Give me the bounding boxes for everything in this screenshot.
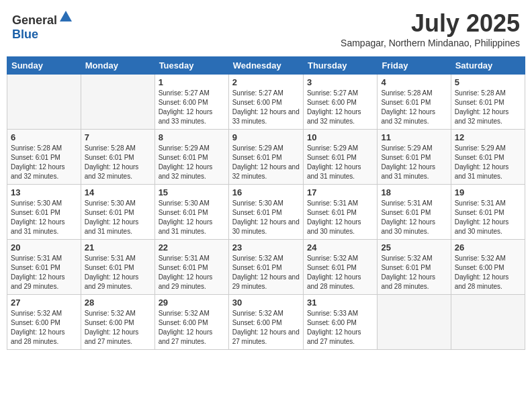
day-number: 19 xyxy=(455,187,521,197)
calendar-cell: 31Sunrise: 5:33 AM Sunset: 6:00 PM Dayli… xyxy=(303,295,377,350)
day-number: 8 xyxy=(159,132,225,142)
calendar-cell: 9Sunrise: 5:29 AM Sunset: 6:01 PM Daylig… xyxy=(228,130,303,185)
day-detail: Sunrise: 5:29 AM Sunset: 6:01 PM Dayligh… xyxy=(232,144,300,181)
day-detail: Sunrise: 5:31 AM Sunset: 6:01 PM Dayligh… xyxy=(159,254,225,291)
calendar-cell: 28Sunrise: 5:32 AM Sunset: 6:00 PM Dayli… xyxy=(81,295,154,350)
calendar-cell: 27Sunrise: 5:32 AM Sunset: 6:00 PM Dayli… xyxy=(7,295,81,350)
calendar-week-2: 6Sunrise: 5:28 AM Sunset: 6:01 PM Daylig… xyxy=(7,130,525,185)
day-number: 4 xyxy=(381,77,447,87)
day-number: 11 xyxy=(381,132,447,142)
calendar-cell: 12Sunrise: 5:29 AM Sunset: 6:01 PM Dayli… xyxy=(451,130,525,185)
calendar-cell: 8Sunrise: 5:29 AM Sunset: 6:01 PM Daylig… xyxy=(154,130,228,185)
calendar-week-4: 20Sunrise: 5:31 AM Sunset: 6:01 PM Dayli… xyxy=(7,240,525,295)
day-number: 1 xyxy=(159,77,225,87)
day-detail: Sunrise: 5:27 AM Sunset: 6:00 PM Dayligh… xyxy=(159,89,225,126)
weekday-header-thursday: Thursday xyxy=(303,57,377,75)
day-detail: Sunrise: 5:27 AM Sunset: 6:00 PM Dayligh… xyxy=(307,89,373,126)
svg-marker-0 xyxy=(60,11,72,21)
calendar-cell: 17Sunrise: 5:31 AM Sunset: 6:01 PM Dayli… xyxy=(303,185,377,240)
calendar-cell: 11Sunrise: 5:29 AM Sunset: 6:01 PM Dayli… xyxy=(378,130,451,185)
day-detail: Sunrise: 5:30 AM Sunset: 6:01 PM Dayligh… xyxy=(11,199,77,236)
day-number: 3 xyxy=(307,77,373,87)
day-detail: Sunrise: 5:31 AM Sunset: 6:01 PM Dayligh… xyxy=(307,199,373,236)
calendar-cell xyxy=(451,295,525,350)
calendar-cell: 21Sunrise: 5:31 AM Sunset: 6:01 PM Dayli… xyxy=(81,240,154,295)
day-number: 27 xyxy=(11,298,77,308)
logo-icon xyxy=(58,9,73,24)
day-number: 23 xyxy=(232,242,300,253)
calendar-cell: 29Sunrise: 5:32 AM Sunset: 6:00 PM Dayli… xyxy=(154,295,228,350)
calendar-cell xyxy=(378,295,451,350)
calendar-cell: 23Sunrise: 5:32 AM Sunset: 6:01 PM Dayli… xyxy=(228,240,303,295)
day-detail: Sunrise: 5:32 AM Sunset: 6:00 PM Dayligh… xyxy=(159,309,225,347)
day-detail: Sunrise: 5:30 AM Sunset: 6:01 PM Dayligh… xyxy=(232,199,300,236)
calendar-cell xyxy=(81,75,154,130)
logo-blue: Blue xyxy=(12,28,38,41)
day-number: 10 xyxy=(307,132,373,142)
weekday-header-monday: Monday xyxy=(81,57,154,75)
day-detail: Sunrise: 5:32 AM Sunset: 6:00 PM Dayligh… xyxy=(232,309,300,347)
calendar-cell: 2Sunrise: 5:27 AM Sunset: 6:00 PM Daylig… xyxy=(228,75,303,130)
day-detail: Sunrise: 5:29 AM Sunset: 6:01 PM Dayligh… xyxy=(381,144,447,181)
calendar-cell xyxy=(7,75,81,130)
calendar-cell: 1Sunrise: 5:27 AM Sunset: 6:00 PM Daylig… xyxy=(154,75,228,130)
calendar-cell: 22Sunrise: 5:31 AM Sunset: 6:01 PM Dayli… xyxy=(154,240,228,295)
day-detail: Sunrise: 5:29 AM Sunset: 6:01 PM Dayligh… xyxy=(159,144,225,181)
calendar-cell: 6Sunrise: 5:28 AM Sunset: 6:01 PM Daylig… xyxy=(7,130,81,185)
day-detail: Sunrise: 5:28 AM Sunset: 6:01 PM Dayligh… xyxy=(455,89,521,126)
day-detail: Sunrise: 5:32 AM Sunset: 6:00 PM Dayligh… xyxy=(455,254,521,291)
day-number: 17 xyxy=(307,187,373,197)
page-header: General Blue July 2025 Sampagar, Norther… xyxy=(7,7,525,51)
logo: General Blue xyxy=(12,9,73,42)
calendar-cell: 7Sunrise: 5:28 AM Sunset: 6:01 PM Daylig… xyxy=(81,130,154,185)
day-detail: Sunrise: 5:28 AM Sunset: 6:01 PM Dayligh… xyxy=(85,144,151,181)
day-number: 22 xyxy=(159,242,225,253)
day-number: 6 xyxy=(11,132,77,142)
calendar-cell: 16Sunrise: 5:30 AM Sunset: 6:01 PM Dayli… xyxy=(228,185,303,240)
day-number: 13 xyxy=(11,187,77,197)
calendar-cell: 18Sunrise: 5:31 AM Sunset: 6:01 PM Dayli… xyxy=(378,185,451,240)
calendar-cell: 14Sunrise: 5:30 AM Sunset: 6:01 PM Dayli… xyxy=(81,185,154,240)
day-number: 15 xyxy=(159,187,225,197)
day-number: 9 xyxy=(232,132,300,142)
day-number: 16 xyxy=(232,187,300,197)
weekday-header-wednesday: Wednesday xyxy=(228,57,303,75)
day-number: 14 xyxy=(85,187,151,197)
calendar-cell: 24Sunrise: 5:32 AM Sunset: 6:01 PM Dayli… xyxy=(303,240,377,295)
weekday-header-tuesday: Tuesday xyxy=(154,57,228,75)
day-number: 5 xyxy=(455,77,521,87)
day-number: 25 xyxy=(381,242,447,253)
calendar-week-1: 1Sunrise: 5:27 AM Sunset: 6:00 PM Daylig… xyxy=(7,75,525,130)
day-detail: Sunrise: 5:31 AM Sunset: 6:01 PM Dayligh… xyxy=(11,254,77,291)
calendar-cell: 10Sunrise: 5:29 AM Sunset: 6:01 PM Dayli… xyxy=(303,130,377,185)
calendar-cell: 15Sunrise: 5:30 AM Sunset: 6:01 PM Dayli… xyxy=(154,185,228,240)
day-number: 7 xyxy=(85,132,151,142)
day-number: 31 xyxy=(307,298,373,308)
day-number: 2 xyxy=(232,77,300,87)
calendar-cell: 26Sunrise: 5:32 AM Sunset: 6:00 PM Dayli… xyxy=(451,240,525,295)
calendar-cell: 13Sunrise: 5:30 AM Sunset: 6:01 PM Dayli… xyxy=(7,185,81,240)
day-detail: Sunrise: 5:31 AM Sunset: 6:01 PM Dayligh… xyxy=(455,199,521,236)
calendar-header-row: SundayMondayTuesdayWednesdayThursdayFrid… xyxy=(7,57,525,75)
day-number: 18 xyxy=(381,187,447,197)
day-detail: Sunrise: 5:32 AM Sunset: 6:01 PM Dayligh… xyxy=(307,254,373,291)
title-block: July 2025 Sampagar, Northern Mindanao, P… xyxy=(341,9,520,48)
logo-wordmark: General Blue xyxy=(12,9,73,42)
calendar-cell: 30Sunrise: 5:32 AM Sunset: 6:00 PM Dayli… xyxy=(228,295,303,350)
calendar-week-5: 27Sunrise: 5:32 AM Sunset: 6:00 PM Dayli… xyxy=(7,295,525,350)
day-number: 12 xyxy=(455,132,521,142)
day-detail: Sunrise: 5:32 AM Sunset: 6:00 PM Dayligh… xyxy=(11,309,77,347)
day-number: 20 xyxy=(11,242,77,253)
calendar-cell: 4Sunrise: 5:28 AM Sunset: 6:01 PM Daylig… xyxy=(378,75,451,130)
day-detail: Sunrise: 5:32 AM Sunset: 6:00 PM Dayligh… xyxy=(85,309,151,347)
calendar-cell: 25Sunrise: 5:32 AM Sunset: 6:01 PM Dayli… xyxy=(378,240,451,295)
day-detail: Sunrise: 5:32 AM Sunset: 6:01 PM Dayligh… xyxy=(232,254,300,291)
day-detail: Sunrise: 5:32 AM Sunset: 6:01 PM Dayligh… xyxy=(381,254,447,291)
calendar-cell: 19Sunrise: 5:31 AM Sunset: 6:01 PM Dayli… xyxy=(451,185,525,240)
month-title: July 2025 xyxy=(341,9,520,38)
day-detail: Sunrise: 5:28 AM Sunset: 6:01 PM Dayligh… xyxy=(381,89,447,126)
day-detail: Sunrise: 5:28 AM Sunset: 6:01 PM Dayligh… xyxy=(11,144,77,181)
calendar-cell: 5Sunrise: 5:28 AM Sunset: 6:01 PM Daylig… xyxy=(451,75,525,130)
location-title: Sampagar, Northern Mindanao, Philippines xyxy=(341,38,520,48)
weekday-header-sunday: Sunday xyxy=(7,57,81,75)
